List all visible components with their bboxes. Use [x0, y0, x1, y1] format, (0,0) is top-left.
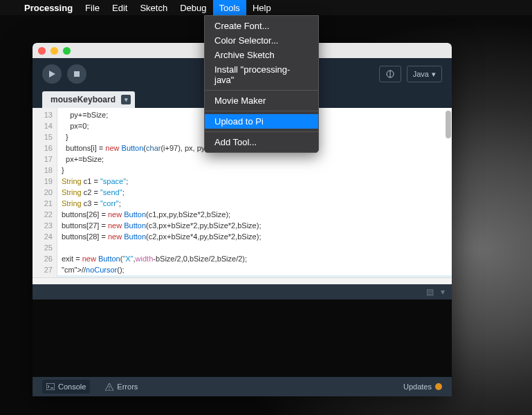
macos-menubar: Processing File Edit Sketch Debug Tools …: [0, 0, 532, 15]
menu-separator: [205, 111, 318, 111]
run-button[interactable]: [42, 64, 62, 84]
menu-separator: [205, 90, 318, 91]
play-icon: [48, 70, 56, 78]
svg-point-8: [109, 389, 110, 389]
tab-mousekeyboard[interactable]: mouseKeyboard ▾: [42, 91, 135, 108]
menu-edit[interactable]: Edit: [106, 0, 134, 15]
message-bar: ▤ ▾: [33, 284, 452, 299]
warning-icon: [105, 383, 113, 391]
update-badge-icon: [435, 383, 442, 390]
debug-toggle-button[interactable]: [379, 66, 401, 82]
vertical-scrollbar[interactable]: [446, 111, 451, 138]
console-tab[interactable]: Console: [42, 380, 90, 394]
menu-item-movie-maker[interactable]: Movie Maker: [205, 93, 318, 108]
close-button[interactable]: [38, 47, 46, 55]
updates-indicator[interactable]: Updates: [403, 382, 442, 391]
svg-rect-2: [74, 71, 80, 77]
errors-tab[interactable]: Errors: [101, 380, 142, 394]
traffic-lights: [38, 47, 71, 55]
mode-selector[interactable]: Java▾: [407, 66, 442, 82]
menu-item-add-tool[interactable]: Add Tool...: [205, 135, 318, 149]
menu-debug[interactable]: Debug: [174, 0, 212, 15]
menu-file[interactable]: File: [79, 0, 106, 15]
collapse-icon[interactable]: ▾: [441, 287, 445, 297]
stop-button[interactable]: [67, 64, 86, 84]
menu-item-install-processing-java[interactable]: Install "processing-java": [205, 62, 318, 87]
tools-dropdown: Create Font... Color Selector... Archive…: [204, 15, 319, 153]
console-icon: [46, 383, 55, 390]
tab-menu-icon[interactable]: ▾: [121, 95, 131, 104]
svg-rect-5: [46, 383, 55, 390]
menu-tools[interactable]: Tools: [213, 0, 246, 15]
chevron-down-icon: ▾: [432, 70, 436, 79]
butterfly-icon: [385, 69, 395, 79]
menu-item-color-selector[interactable]: Color Selector...: [205, 33, 318, 48]
zoom-button[interactable]: [63, 47, 71, 55]
toggle-panel-icon[interactable]: ▤: [426, 287, 434, 297]
menu-item-archive-sketch[interactable]: Archive Sketch: [205, 48, 318, 62]
menu-separator: [205, 131, 318, 132]
menu-sketch[interactable]: Sketch: [134, 0, 174, 15]
line-gutter: 13141516171819202122232425262728293031: [33, 108, 57, 284]
menu-app[interactable]: Processing: [18, 0, 79, 15]
minimize-button[interactable]: [51, 47, 58, 55]
console-output[interactable]: [33, 299, 452, 377]
stop-icon: [73, 70, 81, 78]
menu-item-upload-to-pi[interactable]: Upload to Pi: [205, 114, 318, 129]
svg-marker-1: [49, 71, 55, 77]
menu-item-create-font[interactable]: Create Font...: [205, 19, 318, 33]
horizontal-scrollbar[interactable]: [33, 277, 452, 284]
footer-bar: Console Errors Updates: [33, 377, 452, 396]
menu-help[interactable]: Help: [246, 0, 277, 15]
